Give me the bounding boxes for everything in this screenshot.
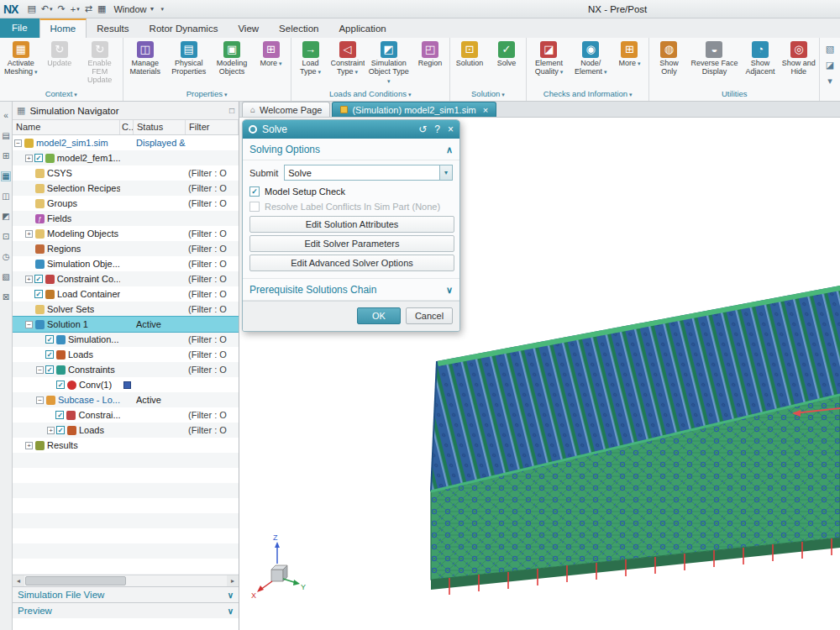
tree-row[interactable]: ƒFields <box>13 211 239 226</box>
update-button[interactable]: ↻Update <box>41 38 78 67</box>
touch-mode-icon[interactable]: ⇄ <box>85 3 92 14</box>
tree-row[interactable]: Simulation Obje...(Filter : O <box>13 256 239 271</box>
expander-icon[interactable]: + <box>25 230 33 238</box>
history-icon[interactable]: ◷ <box>3 253 10 261</box>
dialog-titlebar[interactable]: Solve ↺ ? × <box>243 120 459 139</box>
expander-icon[interactable]: − <box>36 366 44 374</box>
tree-checkbox[interactable]: ✓ <box>56 426 65 434</box>
ribbon-tab-view[interactable]: View <box>228 19 269 38</box>
tree-row[interactable]: ✓Simulation...(Filter : O <box>13 332 239 347</box>
enable-fem-update-button[interactable]: ↻Enable FEM Update <box>78 38 122 84</box>
combo-arrow-icon[interactable]: ▾ <box>439 165 452 180</box>
reuse-library-icon[interactable]: ◩ <box>2 213 9 221</box>
tree-row[interactable]: ✓Conv(1) <box>13 377 239 392</box>
preview-section[interactable]: Preview ∨ <box>13 602 239 618</box>
close-icon[interactable]: × <box>483 105 488 115</box>
color-swatch[interactable] <box>123 381 131 389</box>
tab-simulation-model2-sim1[interactable]: (Simulation) model2_sim1.sim × <box>332 102 496 117</box>
load-type-button[interactable]: →Load Type ▾ <box>292 38 329 76</box>
undo-icon[interactable]: ↶▾ <box>41 3 53 14</box>
tree-checkbox[interactable]: ✓ <box>55 411 64 419</box>
assembly-navigator-icon[interactable]: ▤ <box>2 132 9 140</box>
constraint-type-button[interactable]: ◁Constraint Type ▾ <box>329 38 366 76</box>
overflow-more-icon[interactable]: ▾ <box>827 76 832 87</box>
tree-row[interactable]: +Modeling Objects(Filter : O <box>13 226 239 241</box>
tree-row[interactable]: +✓Constraint Co...(Filter : O <box>13 271 239 286</box>
tree-row[interactable]: −Subcase - Lo...Active <box>13 392 239 407</box>
ribbon-tab-rotor-dynamics[interactable]: Rotor Dynamics <box>139 19 228 38</box>
reverse-face-display-button[interactable]: ◒Reverse Face Display <box>687 38 741 76</box>
tree-checkbox[interactable]: ✓ <box>34 275 43 283</box>
tree-checkbox[interactable]: ✓ <box>34 154 43 162</box>
tree-row[interactable]: −✓Constraints(Filter : O <box>13 362 239 377</box>
window-menu[interactable]: Window▼ <box>113 4 155 14</box>
region-button[interactable]: ◰Region <box>412 38 449 67</box>
tree-row[interactable]: +Results <box>13 438 239 453</box>
tree-row[interactable]: Groups(Filter : O <box>13 196 239 211</box>
tree-row[interactable]: Regions(Filter : O <box>13 241 239 256</box>
simulation-object-type-button[interactable]: ◩Simulation Object Type ▾ <box>366 38 412 84</box>
more-properties-button[interactable]: ⊞More ▾ <box>253 38 290 68</box>
overflow-section-icon[interactable]: ◪ <box>826 60 834 71</box>
tree-checkbox[interactable]: ✓ <box>34 290 43 298</box>
tree-row[interactable]: −Solution 1Active <box>13 317 239 332</box>
process-studio-icon[interactable]: ▧ <box>2 273 9 281</box>
ribbon-tab-home[interactable]: Home <box>39 18 87 38</box>
tree-checkbox[interactable]: ✓ <box>45 365 54 374</box>
column-c[interactable]: C.. <box>120 120 134 134</box>
show-adjacent-button[interactable]: ◔Show Adjacent <box>741 38 779 76</box>
expander-icon[interactable]: + <box>25 155 33 162</box>
tree-row[interactable]: Selection Recipes(Filter : O <box>13 181 239 196</box>
expander-icon[interactable]: + <box>25 276 33 283</box>
ribbon-tab-selection[interactable]: Selection <box>269 19 328 38</box>
customize-qat-icon[interactable]: ▾ <box>160 6 164 13</box>
redo-icon[interactable]: ↷ <box>58 3 66 14</box>
expander-icon[interactable]: − <box>36 396 44 404</box>
ribbon-tab-results[interactable]: Results <box>87 19 139 38</box>
manage-materials-button[interactable]: ◫Manage Materials <box>124 38 166 76</box>
reset-icon[interactable]: ↺ <box>418 120 427 139</box>
tree-row[interactable]: CSYS(Filter : O <box>13 165 239 181</box>
save-icon[interactable]: ▤ <box>27 3 35 14</box>
constraint-navigator-icon[interactable]: ⊞ <box>3 152 9 160</box>
tree-row[interactable]: Solver Sets(Filter : O <box>13 302 239 317</box>
group-label-solution[interactable]: Solution ▾ <box>451 88 525 101</box>
simulation-file-view-section[interactable]: Simulation File View ∨ <box>13 586 239 602</box>
part-navigator-icon[interactable]: ◫ <box>2 192 9 201</box>
group-label-loads-and-conditions[interactable]: Loads and Conditions ▾ <box>292 88 449 101</box>
column-name[interactable]: Name <box>13 120 120 134</box>
tree-checkbox[interactable]: ✓ <box>45 350 54 359</box>
modeling-objects-button[interactable]: ▣Modeling Objects <box>212 38 253 76</box>
submit-select[interactable]: Solve ▾ <box>284 165 453 181</box>
undock-icon[interactable]: □ <box>229 106 234 115</box>
group-label-properties[interactable]: Properties ▾ <box>124 88 290 101</box>
view-manager-icon[interactable]: ⊡ <box>3 233 9 241</box>
show-and-hide-button[interactable]: ◎Show and Hide <box>780 38 818 76</box>
cancel-button[interactable]: Cancel <box>406 307 453 324</box>
horizontal-scrollbar[interactable]: ◂ ▸ <box>13 575 239 586</box>
group-label-checks-and-information[interactable]: Checks and Information ▾ <box>528 88 648 101</box>
solution-button[interactable]: ⊡Solution <box>451 38 488 67</box>
scrollbar-thumb[interactable] <box>25 576 126 585</box>
solve-button[interactable]: ✓Solve <box>488 38 525 67</box>
ribbon-tab-file[interactable]: File <box>0 18 39 38</box>
activate-meshing-button[interactable]: ▦Activate Meshing ▾ <box>1 38 41 76</box>
close-icon[interactable]: × <box>448 120 454 139</box>
model-setup-check-checkbox[interactable]: ✓ Model Setup Check <box>243 183 459 198</box>
show-only-button[interactable]: ◍Show Only <box>650 38 687 76</box>
tab-welcome-page[interactable]: ⌂ Welcome Page <box>242 102 330 117</box>
expander-icon[interactable]: − <box>14 139 22 147</box>
solving-options-header[interactable]: Solving Options ∧ <box>243 139 459 160</box>
tree-checkbox[interactable]: ✓ <box>45 335 54 344</box>
expander-icon[interactable]: − <box>25 321 33 328</box>
ok-button[interactable]: OK <box>357 307 401 324</box>
overflow-display-icon[interactable]: ▧ <box>826 44 834 55</box>
element-quality-button[interactable]: ◪Element Quality ▾ <box>528 38 570 76</box>
tree-checkbox[interactable]: ✓ <box>56 381 65 389</box>
help-icon[interactable]: ? <box>434 120 440 139</box>
resource-bar-collapse-icon[interactable]: « <box>3 112 8 120</box>
prerequisite-solutions-header[interactable]: Prerequisite Solutions Chain ∨ <box>243 278 459 301</box>
expander-icon[interactable]: + <box>25 442 33 449</box>
ribbon-tab-application[interactable]: Application <box>328 19 396 38</box>
tree-row[interactable]: ✓Load Container(Filter : O <box>13 286 239 302</box>
